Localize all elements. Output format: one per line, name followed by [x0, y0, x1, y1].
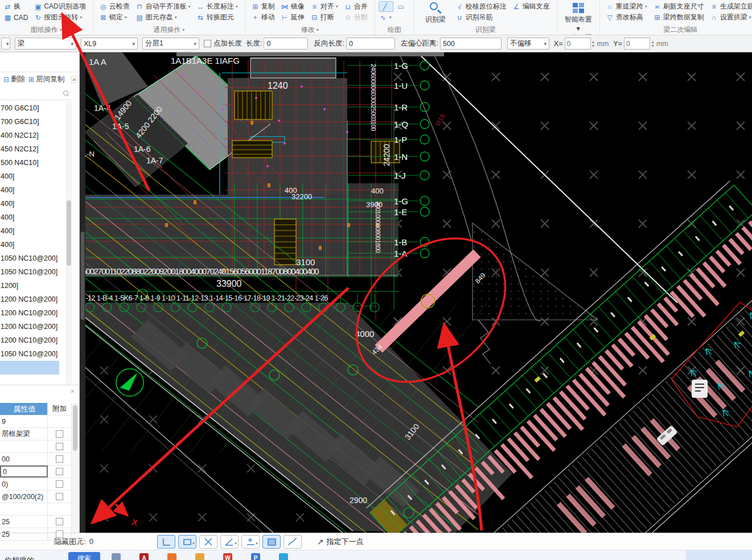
button-genbar[interactable]: ≡生成架立筋 — [708, 1, 752, 12]
rect-select-button[interactable]: ▾ — [178, 535, 196, 549]
ribbon-group-label[interactable]: 图纸操作▾ — [3, 25, 89, 35]
autocad-icon[interactable]: A — [139, 553, 149, 560]
list-item[interactable]: 400] — [0, 238, 72, 252]
dropdown-XL9[interactable]: XL9▾ — [81, 38, 138, 50]
list-item[interactable]: 400] — [0, 183, 72, 197]
dropdown-stub[interactable]: ▾ — [1, 38, 10, 50]
taskbar-search-button[interactable]: 搜索 — [68, 552, 100, 560]
spin-input-Y[interactable]: 0 — [624, 38, 650, 50]
cad-canvas[interactable]: 1-G1-U1-R1-Q1-P1-N1-J1-G1-E1-B1-A 1A A1A… — [80, 52, 752, 533]
button-rotate[interactable]: ↻按图元旋转▾ — [31, 12, 88, 23]
property-value-cell[interactable]: 9 — [0, 415, 48, 427]
list-item[interactable]: 1200 NC10@200] — [0, 320, 72, 333]
angle-button[interactable]: ▾ — [220, 535, 239, 549]
button-cad[interactable]: ▦CAD — [1, 12, 30, 23]
button-rebeam[interactable]: ∩重提梁跨▾ — [603, 1, 650, 12]
attach-checkbox[interactable] — [56, 480, 63, 488]
attach-checkbox[interactable] — [56, 493, 63, 500]
button-move[interactable]: +移动 — [249, 12, 277, 23]
ribbon-group-label[interactable]: 修改▾ — [249, 25, 371, 35]
list-item[interactable]: 1200] — [0, 279, 72, 293]
dropdown-分层1[interactable]: 分层1▾ — [142, 38, 199, 50]
canvas-scrollbar-thumb[interactable] — [81, 232, 85, 320]
list-item[interactable]: 1200 NC10@200] — [0, 333, 72, 347]
button-replace[interactable]: ⇄换 — [1, 1, 30, 12]
ribbon-group-label[interactable]: 通用操作▾ — [97, 25, 241, 35]
none-icon-button[interactable] — [395, 12, 409, 23]
property-value-cell[interactable] — [0, 440, 48, 452]
polyline-arrow-button[interactable] — [283, 535, 302, 549]
button-copy[interactable]: ⊞复制 — [249, 1, 277, 12]
expand-button[interactable]: » — [71, 76, 77, 83]
input-长度[interactable]: 0 — [264, 38, 308, 50]
input-左偏心距离[interactable]: 500 — [440, 38, 502, 50]
dynamic-input-button[interactable] — [262, 535, 281, 549]
dropdown-梁[interactable]: 梁▾ — [15, 38, 76, 50]
attach-checkbox[interactable] — [56, 443, 63, 450]
list-item[interactable]: 400] — [0, 224, 72, 238]
attach-checkbox[interactable] — [56, 468, 63, 475]
property-value-cell[interactable]: 层框架梁 — [0, 428, 48, 440]
button-check[interactable]: √校核原位标注 — [453, 1, 509, 12]
button-cloud[interactable]: ◎云检查 — [97, 1, 132, 12]
wps-icon[interactable]: W — [223, 553, 232, 560]
list-item[interactable]: 500 N4C10] — [0, 156, 72, 170]
scrollbar-thumb[interactable] — [73, 405, 77, 451]
list-item[interactable]: 450 N2C12] — [0, 142, 72, 156]
rect-icon-button[interactable]: ▭ — [395, 1, 409, 12]
firefox-icon[interactable] — [167, 553, 176, 560]
list-item[interactable]: 1200 NC10@200] — [0, 306, 72, 320]
attach-checkbox[interactable] — [56, 430, 63, 438]
spin-input-X[interactable]: 0 — [565, 38, 591, 50]
button-merge[interactable]: ⊔合并 — [342, 1, 370, 12]
property-value-cell[interactable]: 25 — [0, 516, 48, 528]
button-elev[interactable]: ▽查改标高 — [603, 12, 650, 23]
list-item[interactable]: 1200 NC10@200] — [0, 293, 72, 306]
ortho-button[interactable] — [157, 535, 175, 549]
button-copyspan[interactable]: ⊞梁跨数据复制 — [651, 12, 706, 23]
list-item[interactable]: 400] — [0, 197, 72, 211]
button-arch[interactable]: ∩设置拱梁▾ — [708, 12, 752, 23]
property-value-cell[interactable]: 0) — [0, 478, 48, 490]
list-item[interactable]: 1050 NC10@200] — [0, 347, 72, 361]
input-反向长度[interactable]: 0 — [346, 38, 395, 50]
list-item[interactable]: 400 N2C12] — [0, 129, 72, 142]
pip-icon[interactable]: P — [251, 553, 260, 560]
button-align[interactable]: ≡对齐▾ — [308, 1, 340, 12]
button-convert[interactable]: ⇆转换图元 — [194, 12, 240, 23]
property-scrollbar[interactable] — [72, 403, 79, 533]
attach-checkbox[interactable] — [56, 530, 63, 538]
list-item[interactable]: 1050 NC10@200] — [0, 252, 72, 265]
list-item[interactable]: 700 G6C10] — [0, 101, 72, 115]
property-value-cell[interactable] — [0, 503, 48, 515]
ribbon-big-button[interactable]: 识别梁 — [418, 1, 453, 25]
button-brk[interactable]: ⊟打断 — [308, 12, 340, 23]
button-hook[interactable]: ∪识别吊筋 — [453, 12, 509, 23]
button-cadopt[interactable]: ▣CAD识别选项 — [31, 1, 88, 12]
calculator-icon[interactable] — [112, 553, 121, 560]
dropdown-不偏移[interactable]: 不偏移▾ — [507, 38, 549, 50]
button-extend[interactable]: ⊢延伸 — [278, 12, 307, 23]
ribbon-big-button[interactable]: 智能布置▾ — [561, 1, 596, 33]
list-item[interactable]: 400] — [0, 170, 72, 183]
list-item[interactable] — [0, 361, 59, 374]
folder-icon[interactable] — [195, 553, 204, 560]
button-lendim[interactable]: ↔长度标注▾ — [194, 1, 240, 12]
close-icon[interactable]: × — [70, 387, 75, 396]
plus-length-button[interactable]: ▾ — [241, 535, 260, 549]
attach-checkbox[interactable] — [56, 518, 63, 525]
property-value-cell[interactable]: 00 — [0, 453, 48, 465]
list-item[interactable]: 700 G6C10] — [0, 115, 72, 129]
button-alignslab[interactable]: ⊓自动平齐顶板▾ — [133, 1, 193, 12]
spinner-arrows[interactable]: ▲▼ — [651, 40, 655, 48]
button-删除[interactable]: ⊟删除 — [3, 75, 25, 84]
none-icon-button[interactable] — [510, 12, 525, 23]
button-support[interactable]: ∠编辑支座 — [510, 1, 552, 12]
button-save[interactable]: ▤图元存盘▾ — [133, 12, 193, 23]
list-item[interactable]: 400] — [0, 211, 72, 224]
telegram-icon[interactable] — [279, 553, 288, 560]
curve-icon-button[interactable]: ∿▾ — [379, 12, 393, 23]
line-icon-button[interactable]: ╱ — [379, 1, 393, 12]
button-refresh[interactable]: ≍刷新支座尺寸 — [651, 1, 706, 12]
property-value-cell[interactable]: @100/200(2) — [0, 491, 48, 503]
